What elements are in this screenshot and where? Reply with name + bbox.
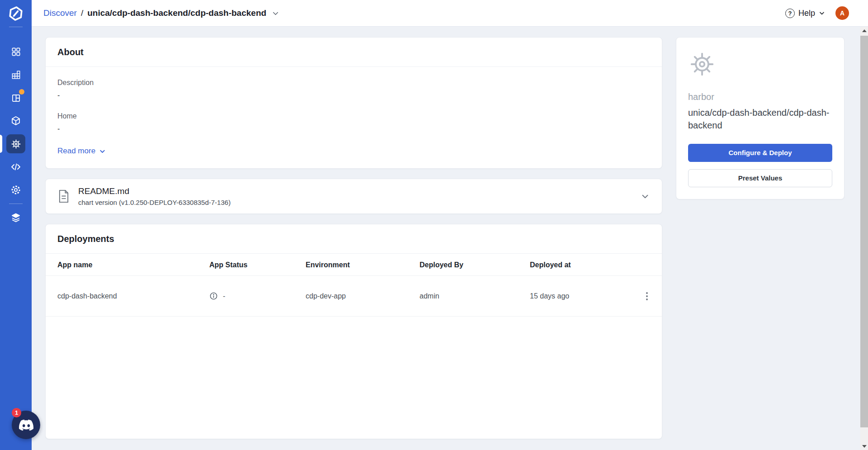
- chevron-down-icon[interactable]: [271, 9, 280, 18]
- avatar[interactable]: A: [835, 6, 849, 20]
- unread-badge: 1: [12, 408, 21, 417]
- help-menu[interactable]: ? Help: [785, 9, 826, 18]
- column-header-deployed-at: Deployed at: [530, 261, 632, 269]
- description-label: Description: [57, 79, 650, 87]
- chart-placeholder-helm-icon: [688, 50, 832, 80]
- content-area: About Description - Home - Read more: [32, 27, 868, 450]
- page-title: unica/cdp-dash-backend/cdp-dash-backend: [87, 8, 266, 18]
- helm-icon: [10, 138, 22, 150]
- deployments-title: Deployments: [46, 224, 662, 253]
- question-circle-icon: ?: [785, 9, 795, 18]
- topbar: Discover / unica/cdp-dash-backend/cdp-da…: [32, 0, 868, 27]
- column-header-app-name: App name: [57, 261, 209, 269]
- help-label: Help: [798, 9, 815, 18]
- sidebar-item-resource-browser[interactable]: [6, 111, 25, 130]
- stack-icon: [10, 212, 21, 223]
- sidebar-item-code[interactable]: [6, 157, 25, 176]
- status-value: -: [223, 292, 225, 300]
- document-icon: [57, 189, 70, 204]
- sidebar-divider: [9, 204, 23, 204]
- table-header: App name App Status Environment Deployed…: [46, 254, 662, 275]
- cell-deployed-by: admin: [420, 292, 530, 300]
- cell-app-name: cdp-dash-backend: [57, 292, 209, 300]
- readme-card[interactable]: README.md chart version (v1.0.250-DEPLOY…: [45, 179, 662, 214]
- column-header-environment: Environment: [306, 261, 420, 269]
- column-header-app-status: App Status: [209, 261, 306, 269]
- sidebar-item-global-config[interactable]: [6, 180, 25, 199]
- main-column: Discover / unica/cdp-dash-backend/cdp-da…: [32, 0, 868, 450]
- home-field: Home -: [57, 112, 650, 133]
- about-title: About: [46, 38, 662, 66]
- read-more-label: Read more: [57, 147, 95, 156]
- sidebar: [0, 0, 32, 450]
- left-column: About Description - Home - Read more: [45, 37, 662, 439]
- topbar-right: ? Help A: [785, 6, 849, 20]
- sidebar-item-application-groups[interactable]: [6, 88, 25, 107]
- chevron-down-icon[interactable]: [640, 191, 650, 201]
- scrollbar-up-arrow[interactable]: [860, 27, 868, 34]
- about-card: About Description - Home - Read more: [45, 37, 662, 169]
- right-column: harbor unica/cdp-dash-backend/cdp-dash-b…: [676, 37, 844, 439]
- preset-values-button[interactable]: Preset Values: [688, 169, 832, 187]
- cell-app-status: -: [209, 292, 306, 300]
- sidebar-item-chart-store[interactable]: [6, 134, 25, 153]
- column-header-deployed-by: Deployed By: [420, 261, 530, 269]
- breadcrumb-separator: /: [81, 8, 83, 18]
- readme-title: README.md: [78, 186, 231, 196]
- chart-summary-card: harbor unica/cdp-dash-backend/cdp-dash-b…: [676, 37, 844, 199]
- info-icon[interactable]: [209, 292, 218, 300]
- sidebar-item-applications[interactable]: [6, 42, 25, 61]
- gear-icon: [10, 185, 21, 195]
- description-value: -: [57, 91, 650, 99]
- read-more-link[interactable]: Read more: [57, 147, 106, 156]
- app-root: Discover / unica/cdp-dash-backend/cdp-da…: [0, 0, 868, 450]
- discord-icon: [19, 418, 33, 432]
- active-item-indicator: [0, 135, 2, 153]
- scrollbar-down-arrow[interactable]: [860, 442, 868, 450]
- breadcrumb: Discover / unica/cdp-dash-backend/cdp-da…: [43, 8, 280, 18]
- configure-deploy-button[interactable]: Configure & Deploy: [688, 144, 832, 162]
- sidebar-item-jobs[interactable]: [6, 65, 25, 84]
- home-value: -: [57, 125, 650, 133]
- code-icon: [10, 161, 21, 172]
- breadcrumb-discover-link[interactable]: Discover: [43, 8, 77, 18]
- description-field: Description -: [57, 79, 650, 99]
- chart-name: unica/cdp-dash-backend/cdp-dash-backend: [688, 106, 832, 132]
- sidebar-nav: [6, 42, 25, 227]
- chart-source: harbor: [688, 92, 832, 102]
- devtron-logo-icon: [8, 5, 24, 22]
- sidebar-divider: [9, 27, 23, 27]
- cube-icon: [10, 115, 21, 126]
- chevron-down-icon: [99, 147, 106, 155]
- row-menu-kebab-icon[interactable]: [644, 289, 650, 303]
- table-row[interactable]: cdp-dash-backend -: [46, 276, 662, 317]
- sidebar-item-stack-manager[interactable]: [6, 208, 25, 227]
- home-label: Home: [57, 112, 650, 120]
- layout-icon: [11, 93, 21, 103]
- discord-chat-bubble[interactable]: 1: [12, 411, 40, 439]
- cell-deployed-at: 15 days ago: [530, 292, 632, 300]
- grid-icon: [11, 47, 21, 57]
- scrollbar-thumb[interactable]: [860, 36, 868, 427]
- blocks-icon: [11, 70, 21, 80]
- cell-environment: cdp-dev-app: [306, 292, 420, 300]
- notification-dot: [19, 89, 24, 95]
- readme-chart-version: chart version (v1.0.250-DEPLOY-6330835d-…: [78, 199, 231, 206]
- app-logo[interactable]: [0, 0, 32, 27]
- scrollbar: [860, 27, 868, 450]
- chevron-down-icon: [818, 9, 826, 17]
- deployments-card: Deployments App name App Status Environm…: [45, 224, 662, 439]
